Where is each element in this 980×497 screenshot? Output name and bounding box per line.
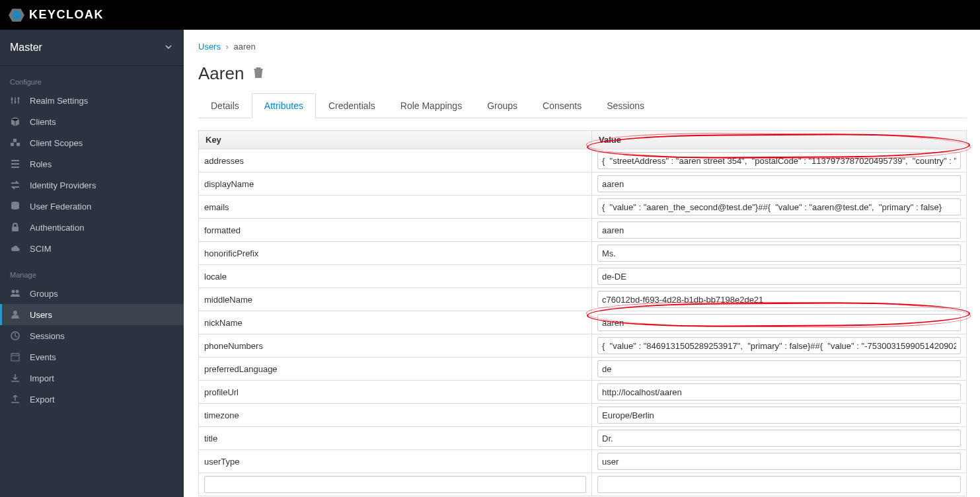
attr-value-input[interactable] <box>597 152 961 169</box>
attr-value-input[interactable] <box>597 314 961 331</box>
th-value: Value <box>592 131 967 149</box>
exchange-icon <box>10 180 20 190</box>
sidebar-item-label: Users <box>30 310 52 320</box>
sidebar-item-clients[interactable]: Clients <box>0 111 184 132</box>
attr-key: userType <box>199 450 592 473</box>
user-icon <box>10 309 20 320</box>
sidebar-item-label: Import <box>30 373 54 383</box>
tab-groups[interactable]: Groups <box>474 93 530 118</box>
sidebar-item-label: Groups <box>30 289 58 299</box>
svg-point-3 <box>15 101 17 103</box>
tab-consents[interactable]: Consents <box>530 93 594 118</box>
attr-value-input[interactable] <box>597 360 961 377</box>
table-row: middleName <box>199 288 967 311</box>
sidebar-item-users[interactable]: Users <box>0 304 184 325</box>
realm-name: Master <box>10 42 42 54</box>
sidebar-item-label: User Federation <box>30 202 91 211</box>
sidebar-item-label: Sessions <box>30 331 65 341</box>
breadcrumb-parent[interactable]: Users <box>198 42 221 52</box>
sidebar-item-label: Clients <box>30 117 56 127</box>
sidebar-item-authentication[interactable]: Authentication <box>0 217 184 238</box>
breadcrumb-separator: › <box>226 42 229 52</box>
realm-selector[interactable]: Master <box>0 30 184 66</box>
attr-value-input[interactable] <box>597 198 961 215</box>
new-key-input[interactable] <box>204 476 586 493</box>
clock-icon <box>10 330 20 341</box>
attr-key: title <box>199 427 592 450</box>
sidebar: Master Configure Realm SettingsClientsCl… <box>0 30 184 497</box>
svg-point-8 <box>11 202 19 204</box>
tab-sessions[interactable]: Sessions <box>594 93 657 118</box>
topbar: KEYCLOAK <box>0 0 980 30</box>
cube-icon <box>10 116 20 127</box>
sidebar-item-export[interactable]: Export <box>0 389 184 410</box>
sidebar-item-scim[interactable]: SCIM <box>0 238 184 259</box>
sidebar-item-realm-settings[interactable]: Realm Settings <box>0 90 184 111</box>
sidebar-item-groups[interactable]: Groups <box>0 283 184 304</box>
svg-point-10 <box>12 290 15 293</box>
tab-role-mappings[interactable]: Role Mappings <box>388 93 474 118</box>
tab-attributes[interactable]: Attributes <box>252 93 316 118</box>
attr-value-input[interactable] <box>597 383 961 401</box>
table-row: displayName <box>199 172 967 196</box>
export-icon <box>10 394 20 404</box>
table-row: userType <box>199 450 967 473</box>
attr-key: nickName <box>199 311 592 334</box>
logo[interactable]: KEYCLOAK <box>8 7 104 24</box>
table-row: honorificPrefix <box>199 242 967 265</box>
import-icon <box>10 373 20 383</box>
svg-point-12 <box>13 311 17 315</box>
table-row: emails <box>199 196 967 219</box>
attr-value-input[interactable] <box>597 245 961 262</box>
sidebar-item-client-scopes[interactable]: Client Scopes <box>0 132 184 153</box>
trash-icon[interactable] <box>253 66 264 81</box>
users-icon <box>10 288 20 299</box>
page-title: Aaren <box>198 63 967 84</box>
attr-value-input[interactable] <box>597 221 961 239</box>
attr-key: formatted <box>199 219 592 242</box>
attr-key: displayName <box>199 172 592 196</box>
sidebar-item-label: SCIM <box>30 244 52 254</box>
table-row: addresses <box>199 149 967 172</box>
attr-value-input[interactable] <box>597 337 961 354</box>
section-manage: Manage <box>0 259 184 283</box>
tab-credentials[interactable]: Credentials <box>316 93 388 118</box>
attr-key: profileUrl <box>199 381 592 404</box>
svg-point-11 <box>16 290 19 293</box>
attr-value-input[interactable] <box>597 268 961 285</box>
attr-value-cell <box>592 450 967 473</box>
sidebar-item-label: Roles <box>30 159 52 169</box>
attr-value-input[interactable] <box>597 406 961 424</box>
tab-details[interactable]: Details <box>198 93 252 118</box>
attr-value-cell <box>592 219 967 242</box>
tabs: DetailsAttributesCredentialsRole Mapping… <box>198 93 967 118</box>
sidebar-item-label: Events <box>30 352 56 362</box>
sidebar-item-sessions[interactable]: Sessions <box>0 325 184 346</box>
attr-value-input[interactable] <box>597 291 961 308</box>
attr-value-cell <box>592 149 967 172</box>
table-row: timezone <box>199 404 967 427</box>
attr-value-cell <box>592 427 967 450</box>
attr-value-cell <box>592 381 967 404</box>
attr-value-input[interactable] <box>597 175 961 192</box>
calendar-icon <box>10 352 20 362</box>
sidebar-item-import[interactable]: Import <box>0 367 184 389</box>
svg-point-2 <box>11 98 13 100</box>
sidebar-item-label: Client Scopes <box>30 138 83 148</box>
svg-rect-7 <box>13 139 17 142</box>
lock-icon <box>10 222 20 233</box>
sidebar-item-roles[interactable]: Roles <box>0 153 184 174</box>
sidebar-item-identity-providers[interactable]: Identity Providers <box>0 174 184 196</box>
attr-value-input[interactable] <box>597 453 961 470</box>
new-value-input[interactable] <box>597 476 961 493</box>
sidebar-item-label: Realm Settings <box>30 96 88 106</box>
attr-value-cell <box>592 404 967 427</box>
attr-key: locale <box>199 265 592 288</box>
table-row: locale <box>199 265 967 288</box>
attr-key: preferredLanguage <box>199 358 592 381</box>
svg-rect-5 <box>11 143 14 146</box>
sidebar-item-user-federation[interactable]: User Federation <box>0 196 184 217</box>
attr-value-input[interactable] <box>597 430 961 447</box>
sidebar-item-events[interactable]: Events <box>0 346 184 367</box>
svg-point-4 <box>18 98 20 100</box>
